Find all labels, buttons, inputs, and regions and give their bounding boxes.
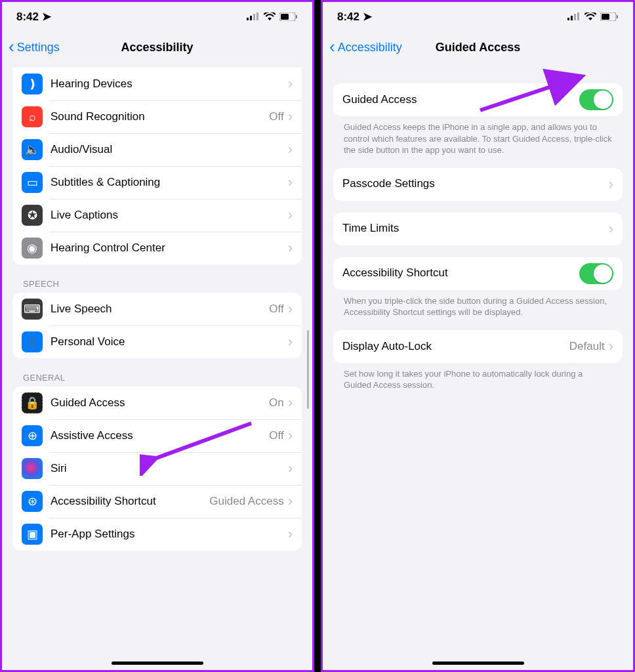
speaker-icon: 🔈 bbox=[22, 139, 43, 160]
back-button[interactable]: ‹ Accessibility bbox=[329, 39, 402, 56]
chevron-right-icon: › bbox=[609, 220, 613, 238]
chevron-right-icon: › bbox=[288, 75, 293, 93]
status-icons bbox=[567, 12, 619, 21]
wifi-icon bbox=[584, 12, 596, 20]
keyboard-icon: ⌨ bbox=[22, 299, 43, 320]
row-label: Guided Access bbox=[51, 396, 269, 410]
content-area[interactable]: Guided Access Guided Access keeps the iP… bbox=[323, 64, 633, 670]
row-display-auto-lock[interactable]: Display Auto-Lock Default › bbox=[333, 330, 623, 363]
row-live-speech[interactable]: ⌨ Live Speech Off › bbox=[12, 293, 302, 326]
assistive-icon: ⊕ bbox=[22, 425, 43, 446]
back-label: Settings bbox=[17, 41, 60, 54]
chevron-right-icon: › bbox=[288, 460, 293, 477]
page-title: Guided Access bbox=[436, 41, 520, 54]
cellular-icon bbox=[567, 12, 581, 20]
back-button[interactable]: ‹ Settings bbox=[9, 39, 60, 56]
group-passcode: Passcode Settings › bbox=[333, 168, 623, 201]
chevron-right-icon: › bbox=[288, 427, 293, 444]
row-hearing-devices[interactable]: ❫ Hearing Devices › bbox=[12, 68, 302, 100]
row-label: Personal Voice bbox=[51, 335, 288, 348]
live-caption-icon: ✪ bbox=[22, 205, 43, 226]
row-label: Accessibility Shortcut bbox=[51, 495, 209, 508]
content-area[interactable]: ❫ Hearing Devices › ⌕ Sound Recognition … bbox=[2, 64, 312, 670]
row-label: Audio/Visual bbox=[51, 143, 288, 156]
svg-rect-1 bbox=[250, 16, 252, 20]
wifi-icon bbox=[264, 12, 276, 20]
status-time: 8:42 ➤ bbox=[16, 10, 51, 24]
row-personal-voice[interactable]: 👤 Personal Voice › bbox=[12, 326, 302, 358]
person-voice-icon: 👤 bbox=[22, 331, 43, 352]
cellular-icon bbox=[247, 12, 260, 20]
row-label: Sound Recognition bbox=[51, 110, 269, 123]
row-value: Guided Access bbox=[209, 495, 283, 508]
row-value: On bbox=[269, 396, 284, 410]
footer-text: Set how long it takes your iPhone to aut… bbox=[333, 363, 623, 391]
nav-bar: ‹ Accessibility Guided Access bbox=[323, 31, 633, 64]
right-phone: 8:42 ➤ ‹ Accessibility Guided Access Gui… bbox=[321, 0, 635, 672]
chevron-right-icon: › bbox=[288, 207, 293, 224]
battery-icon bbox=[279, 12, 298, 21]
group-hearing: ❫ Hearing Devices › ⌕ Sound Recognition … bbox=[12, 68, 302, 264]
row-siri[interactable]: Siri › bbox=[12, 452, 302, 485]
chevron-right-icon: › bbox=[288, 141, 293, 158]
row-label: Guided Access bbox=[342, 93, 579, 106]
group-shortcut: Accessibility Shortcut bbox=[333, 257, 623, 290]
row-time-limits[interactable]: Time Limits › bbox=[333, 213, 623, 245]
row-per-app-settings[interactable]: ▣ Per-App Settings › bbox=[12, 518, 302, 551]
control-center-icon: ◉ bbox=[22, 238, 43, 259]
row-label: Live Speech bbox=[51, 303, 269, 316]
footer-text: When you triple-click the side button du… bbox=[333, 290, 623, 318]
row-audio-visual[interactable]: 🔈 Audio/Visual › bbox=[12, 133, 302, 166]
row-accessibility-shortcut[interactable]: ⊛ Accessibility Shortcut Guided Access › bbox=[12, 485, 302, 518]
back-label: Accessibility bbox=[338, 41, 402, 54]
row-label: Accessibility Shortcut bbox=[342, 266, 579, 280]
row-subtitles[interactable]: ▭ Subtitles & Captioning › bbox=[12, 166, 302, 199]
svg-rect-8 bbox=[567, 18, 569, 20]
scrollbar[interactable] bbox=[307, 330, 309, 409]
row-label: Assistive Access bbox=[51, 429, 269, 442]
svg-rect-14 bbox=[617, 15, 618, 18]
home-indicator[interactable] bbox=[432, 662, 524, 665]
home-indicator[interactable] bbox=[112, 662, 203, 665]
row-label: Live Captions bbox=[51, 209, 288, 222]
row-value: Off bbox=[269, 429, 283, 442]
chevron-right-icon: › bbox=[288, 301, 293, 318]
svg-rect-2 bbox=[253, 14, 255, 20]
row-hearing-control[interactable]: ◉ Hearing Control Center › bbox=[12, 232, 302, 264]
row-label: Hearing Control Center bbox=[51, 242, 288, 255]
chevron-right-icon: › bbox=[288, 174, 293, 191]
svg-rect-5 bbox=[281, 14, 289, 20]
siri-icon bbox=[22, 458, 43, 479]
battery-icon bbox=[600, 12, 619, 21]
location-icon: ➤ bbox=[363, 10, 372, 24]
nav-bar: ‹ Settings Accessibility bbox=[2, 31, 312, 64]
footer-text: Guided Access keeps the iPhone in a sing… bbox=[333, 116, 623, 156]
svg-rect-9 bbox=[571, 16, 573, 20]
group-main-toggle: Guided Access bbox=[333, 83, 623, 116]
chevron-right-icon: › bbox=[609, 176, 613, 193]
row-live-captions[interactable]: ✪ Live Captions › bbox=[12, 199, 302, 232]
group-speech: ⌨ Live Speech Off › 👤 Personal Voice › bbox=[12, 293, 302, 358]
chevron-right-icon: › bbox=[609, 338, 613, 355]
row-value: Off bbox=[269, 110, 283, 123]
row-passcode-settings[interactable]: Passcode Settings › bbox=[333, 168, 623, 201]
svg-rect-3 bbox=[256, 12, 258, 20]
row-sound-recognition[interactable]: ⌕ Sound Recognition Off › bbox=[12, 100, 302, 133]
chevron-right-icon: › bbox=[288, 240, 293, 257]
app-grid-icon: ▣ bbox=[22, 524, 43, 545]
chevron-right-icon: › bbox=[288, 333, 293, 350]
row-accessibility-shortcut-toggle[interactable]: Accessibility Shortcut bbox=[333, 257, 623, 290]
row-label: Per-App Settings bbox=[51, 528, 288, 541]
status-bar: 8:42 ➤ bbox=[323, 2, 633, 31]
row-label: Passcode Settings bbox=[342, 177, 609, 190]
section-header-speech: Speech bbox=[23, 279, 291, 289]
group-general: 🔒 Guided Access On › ⊕ Assistive Access … bbox=[12, 387, 302, 551]
row-assistive-access[interactable]: ⊕ Assistive Access Off › bbox=[12, 419, 302, 452]
toggle-switch[interactable] bbox=[579, 263, 613, 284]
row-guided-access[interactable]: 🔒 Guided Access On › bbox=[12, 387, 302, 419]
row-guided-access-toggle[interactable]: Guided Access bbox=[333, 83, 623, 116]
waveform-search-icon: ⌕ bbox=[22, 106, 43, 127]
chevron-right-icon: › bbox=[288, 394, 293, 411]
svg-rect-10 bbox=[574, 14, 576, 20]
toggle-switch[interactable] bbox=[579, 89, 613, 110]
